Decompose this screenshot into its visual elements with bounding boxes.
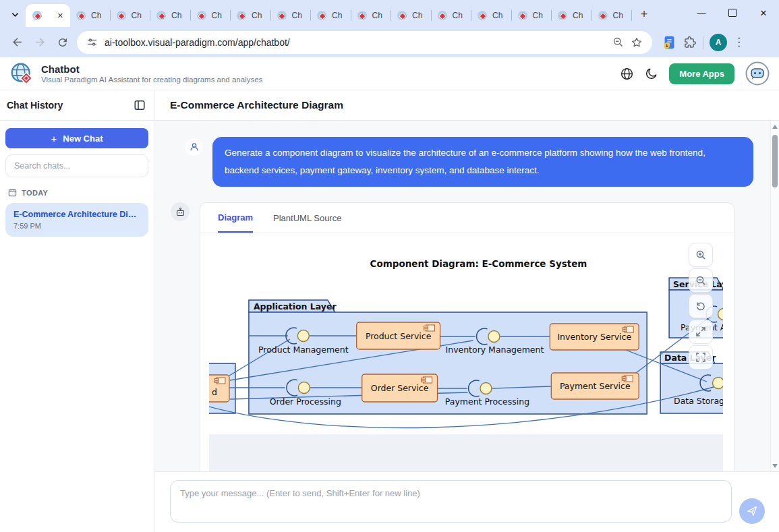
browser-profile-avatar[interactable]: A	[710, 34, 727, 51]
browser-menu-icon[interactable]: ⋮	[733, 35, 745, 49]
site-settings-icon[interactable]	[86, 36, 98, 48]
tab-diagram[interactable]: Diagram	[218, 203, 253, 233]
browser-tab[interactable]: Ch	[471, 4, 512, 27]
app-subtitle: Visual Paradigm AI Assistant for creatin…	[41, 76, 262, 84]
browser-tab[interactable]: Ch	[391, 4, 432, 27]
reset-view-button[interactable]	[689, 294, 713, 318]
app-header-actions: More Apps	[620, 61, 770, 86]
visual-paradigm-favicon	[237, 11, 246, 20]
window-controls: — ✕	[686, 0, 779, 26]
web-frontend-clipped-label: d	[212, 387, 217, 397]
extensions-puzzle-icon[interactable]	[683, 35, 697, 49]
chatbot-avatar-icon[interactable]	[745, 61, 770, 86]
browser-tab[interactable]: Ch	[512, 4, 552, 27]
product-management-label: Product Management	[258, 345, 349, 355]
sidebar-header: Chat History	[0, 90, 154, 121]
back-arrow-icon	[11, 36, 24, 49]
scrollbar-thumb[interactable]	[772, 135, 778, 187]
expand-button[interactable]	[689, 320, 713, 344]
active-tab[interactable]: ✕	[26, 4, 70, 27]
url-text[interactable]: ai-toolbox.visual-paradigm.com/app/chatb…	[105, 37, 290, 48]
new-tab-button[interactable]: +	[635, 5, 654, 24]
app-title: Chatbot	[41, 63, 262, 75]
window-maximize-button[interactable]	[717, 0, 748, 26]
forward-button[interactable]	[28, 31, 51, 54]
zoom-in-button[interactable]	[689, 243, 713, 267]
scroll-up-arrow-icon[interactable]	[772, 125, 778, 129]
person-icon	[188, 141, 200, 153]
user-avatar	[185, 138, 203, 156]
message-input[interactable]	[170, 480, 732, 523]
application-layer-label: Application Layer	[254, 301, 337, 312]
app-title-block: Chatbot Visual Paradigm AI Assistant for…	[41, 63, 262, 84]
visual-paradigm-favicon	[76, 11, 86, 20]
close-tab-icon[interactable]: ✕	[57, 12, 63, 20]
chat-history-item-selected[interactable]: E-Commerce Architecture Diagr... 7:59 PM	[5, 203, 148, 237]
browser-tab[interactable]: Ch	[271, 4, 312, 27]
collapse-sidebar-icon[interactable]	[134, 99, 146, 111]
forward-arrow-icon	[34, 36, 47, 49]
browser-tab[interactable]: Ch	[351, 4, 392, 27]
reload-button[interactable]	[51, 31, 74, 54]
visual-paradigm-favicon	[277, 11, 287, 20]
bookmark-star-icon[interactable]	[631, 36, 643, 49]
diagram-zoom-controls	[689, 243, 713, 370]
fit-corners-icon	[695, 352, 706, 363]
dark-mode-moon-icon[interactable]	[645, 67, 658, 80]
app-identity: Chatbot Visual Paradigm AI Assistant for…	[9, 61, 262, 86]
reset-rotate-icon	[695, 301, 706, 312]
browser-tab[interactable]: Ch	[191, 4, 231, 27]
chat-message-area[interactable]: Generate a component diagram to visualiz…	[155, 121, 779, 472]
toolbar-divider	[703, 36, 703, 49]
search-chats-input[interactable]	[5, 154, 148, 177]
message-input-bar	[155, 471, 779, 532]
app-header: Chatbot Visual Paradigm AI Assistant for…	[0, 57, 779, 90]
send-button[interactable]	[739, 498, 765, 524]
diagram-title: Component Diagram: E-Commerce System	[370, 258, 587, 269]
tab-strip: ✕ Ch Ch Ch Ch Ch Ch Ch Ch Ch Ch Ch Ch Ch…	[0, 0, 779, 27]
visual-paradigm-favicon	[357, 11, 367, 20]
browser-tab[interactable]: Ch	[111, 4, 151, 27]
language-globe-icon[interactable]	[620, 67, 634, 81]
visual-paradigm-favicon	[117, 11, 126, 20]
robot-icon	[175, 206, 186, 218]
zoom-out-button[interactable]	[689, 268, 713, 293]
conversation-title: E-Commerce Architecture Diagram	[170, 99, 343, 111]
fit-screen-button[interactable]	[689, 345, 713, 370]
zoom-out-indicator-icon[interactable]	[612, 36, 624, 48]
browser-tab[interactable]: Ch	[150, 4, 191, 27]
zoom-in-icon	[695, 249, 706, 260]
scroll-down-arrow-icon[interactable]	[772, 464, 778, 468]
browser-tab[interactable]: Ch	[432, 4, 472, 27]
browser-tab[interactable]: Ch	[70, 4, 111, 27]
sidebar-title: Chat History	[7, 100, 63, 111]
result-tabs: Diagram PlantUML Source	[200, 203, 734, 233]
address-bar[interactable]: ai-toolbox.visual-paradigm.com/app/chatb…	[77, 31, 652, 54]
browser-tab[interactable]: Ch	[231, 4, 271, 27]
today-section-label: TODAY	[8, 188, 146, 197]
calendar-icon	[8, 188, 17, 197]
tab-search-button[interactable]	[5, 5, 24, 24]
visual-paradigm-favicon	[397, 11, 407, 20]
new-chat-button[interactable]: + New Chat	[5, 128, 148, 148]
browser-tab[interactable]: Ch	[552, 4, 592, 27]
diagram-canvas[interactable]: Component Diagram: E-Commerce System App…	[209, 233, 723, 472]
chat-scrollbar[interactable]	[770, 121, 779, 472]
window-minimize-button[interactable]: —	[686, 0, 717, 26]
inventory-management-label: Inventory Management	[446, 345, 544, 355]
tab-plantuml-source[interactable]: PlantUML Source	[273, 203, 341, 233]
more-apps-button[interactable]: More Apps	[669, 63, 734, 84]
window-close-button[interactable]: ✕	[748, 0, 779, 26]
browser-tab[interactable]: Ch	[592, 4, 633, 27]
back-button[interactable]	[5, 31, 28, 54]
user-message-row: Generate a component diagram to visualiz…	[155, 121, 779, 187]
browser-toolbar: ai-toolbox.visual-paradigm.com/app/chatb…	[0, 27, 779, 57]
reading-mode-extension-icon[interactable]	[662, 35, 676, 50]
visual-paradigm-favicon	[156, 11, 166, 20]
diagram-viewer: Component Diagram: E-Commerce System App…	[200, 233, 734, 472]
component-diagram-image: Component Diagram: E-Commerce System App…	[209, 233, 723, 434]
visual-paradigm-favicon	[317, 11, 326, 20]
close-icon: ✕	[760, 8, 768, 18]
browser-tab[interactable]: Ch	[311, 4, 351, 27]
product-service-label: Product Service	[366, 331, 432, 341]
